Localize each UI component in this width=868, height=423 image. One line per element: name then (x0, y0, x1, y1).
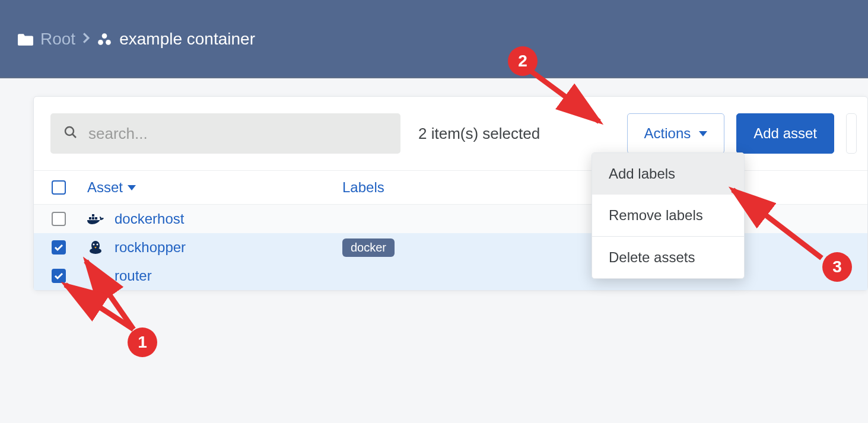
svg-rect-7 (95, 217, 97, 220)
svg-point-12 (90, 248, 101, 254)
column-header-asset[interactable]: Asset (87, 179, 325, 196)
svg-rect-5 (89, 217, 91, 220)
actions-dropdown: Add labels Remove labels Delete assets (592, 152, 745, 279)
add-asset-button[interactable]: Add asset (736, 113, 834, 154)
svg-rect-13 (91, 271, 100, 277)
asset-link[interactable]: router (115, 268, 152, 284)
row-checkbox[interactable] (52, 269, 66, 283)
chevron-right-icon (82, 31, 90, 47)
row-checkbox[interactable] (52, 240, 66, 255)
annotation-badge-1: 1 (128, 327, 157, 357)
content-area: 2 item(s) selected Actions Add asset Ass… (0, 77, 868, 423)
annotation-badge-2: 2 (508, 46, 538, 76)
asset-link[interactable]: rockhopper (115, 239, 186, 256)
selection-count: 2 item(s) selected (412, 125, 615, 143)
svg-point-3 (65, 127, 74, 135)
label-chip[interactable]: docker (342, 238, 395, 257)
folder-icon (18, 33, 33, 46)
search-input[interactable] (88, 125, 387, 143)
app-header: Root example container (0, 0, 868, 77)
svg-rect-8 (92, 214, 94, 217)
asset-link[interactable]: dockerhost (115, 211, 184, 227)
add-asset-label: Add asset (753, 125, 817, 142)
actions-label: Actions (644, 125, 691, 142)
actions-button[interactable]: Actions (627, 113, 725, 154)
assets-panel: 2 item(s) selected Actions Add asset Ass… (33, 96, 868, 291)
docker-icon (87, 213, 104, 225)
sort-caret-icon (128, 185, 136, 190)
svg-point-11 (97, 244, 98, 246)
search-icon (63, 125, 78, 142)
svg-point-0 (102, 33, 107, 39)
svg-point-1 (98, 40, 103, 45)
svg-rect-6 (92, 217, 94, 220)
overflow-button[interactable] (846, 113, 857, 154)
menu-item-delete-assets[interactable]: Delete assets (592, 237, 744, 278)
network-icon (87, 269, 104, 282)
caret-down-icon (699, 131, 707, 136)
container-icon (97, 33, 112, 46)
annotation-badge-3: 3 (822, 252, 852, 282)
svg-point-2 (106, 40, 111, 45)
linux-icon (87, 240, 104, 255)
row-checkbox[interactable] (52, 212, 66, 226)
breadcrumb-root[interactable]: Root (40, 30, 75, 49)
svg-line-4 (72, 134, 76, 138)
menu-item-add-labels[interactable]: Add labels (592, 153, 744, 195)
breadcrumb-current: example container (119, 30, 255, 49)
menu-item-remove-labels[interactable]: Remove labels (592, 195, 744, 236)
search-box[interactable] (50, 113, 400, 154)
svg-point-10 (93, 244, 95, 246)
breadcrumb: Root example container (18, 30, 255, 49)
select-all-checkbox[interactable] (52, 180, 66, 195)
